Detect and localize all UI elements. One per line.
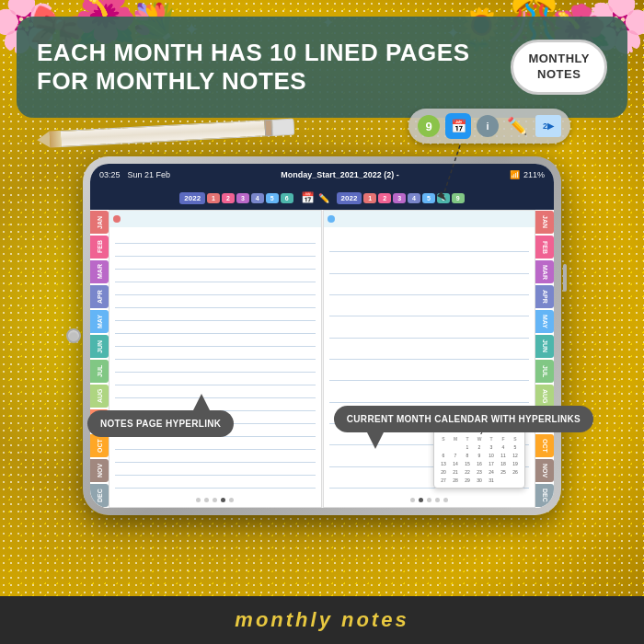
r-line-8 (329, 381, 530, 402)
tab-jun-top[interactable]: 6 (281, 193, 293, 203)
line-12 (115, 373, 316, 385)
cal-d-6[interactable]: 6 (438, 452, 449, 459)
tab-jan-top[interactable]: 1 (207, 193, 220, 203)
tab-aug-left[interactable]: AUG (90, 385, 109, 408)
tab-nov-right[interactable]: NOV (535, 459, 554, 482)
cal-d-27[interactable]: 27 (438, 477, 449, 484)
tab-r3[interactable]: 3 (393, 193, 406, 203)
tab-oct-left[interactable]: OCT (90, 434, 109, 457)
tab-year[interactable]: 2022 (179, 192, 205, 204)
tab-mar-top[interactable]: 3 (236, 193, 249, 203)
r-line-4 (329, 295, 530, 316)
tab-jul-left[interactable]: JUL (90, 360, 109, 383)
tab-jul-right[interactable]: JUL (535, 360, 554, 383)
cal-d-26[interactable]: 26 (510, 468, 521, 476)
tab-r2[interactable]: 2 (378, 193, 391, 203)
cal-d-7[interactable]: 7 (450, 452, 461, 459)
r-dot-1[interactable] (410, 498, 415, 502)
cal-d-22[interactable]: 22 (462, 468, 473, 476)
tab-feb-right[interactable]: FEB (535, 236, 554, 259)
cal-d-18[interactable]: 18 (498, 460, 509, 467)
tab-jun-right[interactable]: JUN (535, 335, 554, 358)
r-dot-5[interactable] (443, 498, 448, 502)
tab-mar-right[interactable]: MAR (535, 260, 554, 283)
cal-d-3[interactable]: 3 (486, 443, 497, 451)
cal-d-9[interactable]: 9 (474, 452, 485, 459)
ipad-toolbar: 2022 1 2 3 4 5 6 📅 ✏️ 2022 1 2 3 4 5 (90, 186, 554, 210)
r-dot-2-active[interactable] (419, 498, 423, 502)
dot-3[interactable] (213, 498, 217, 502)
dot-4-active[interactable] (221, 498, 225, 502)
cal-d-19[interactable]: 19 (510, 460, 521, 467)
cal-d-17[interactable]: 17 (486, 460, 497, 467)
tab-jan-right[interactable]: JAN (535, 211, 554, 234)
calendar-icon-toolbar[interactable]: 📅 (301, 191, 315, 204)
cal-d-e2 (450, 443, 461, 451)
status-bar: 03:25 Sun 21 Feb Monday_Start_2021_2022 … (90, 164, 554, 186)
ipad-content: JAN FEB MAR APR MAY JUN JUL AUG SEP OCT … (90, 210, 554, 508)
cal-d-31[interactable]: 31 (486, 477, 497, 484)
cal-d-14[interactable]: 14 (450, 460, 461, 467)
cal-d-10[interactable]: 10 (486, 452, 497, 459)
cal-d-15[interactable]: 15 (462, 460, 473, 467)
ipad-home-button[interactable] (66, 328, 81, 343)
cal-d-21[interactable]: 21 (450, 468, 461, 476)
tab-dec-right[interactable]: DEC (535, 484, 554, 507)
cal-d-2[interactable]: 2 (474, 443, 485, 451)
cal-d-30[interactable]: 30 (474, 477, 485, 484)
tab-year2[interactable]: 2022 (337, 192, 362, 204)
tab-aug-right[interactable]: AUG (535, 385, 554, 408)
cal-d-4[interactable]: 4 (498, 443, 509, 451)
tab-feb-left[interactable]: FEB (90, 236, 109, 259)
toolbar-num1[interactable]: 9 (418, 115, 440, 137)
tab-mar-left[interactable]: MAR (90, 260, 109, 283)
cal-h-w: W (474, 435, 485, 443)
cal-d-16[interactable]: 16 (474, 460, 485, 467)
cal-d-20[interactable]: 20 (438, 468, 449, 476)
tab-apr-left[interactable]: APR (90, 285, 109, 308)
tab-apr-right[interactable]: APR (535, 285, 554, 308)
tab-r6[interactable]: 6 (437, 193, 450, 203)
cal-d-5[interactable]: 5 (510, 443, 521, 451)
r-dot-3[interactable] (427, 498, 431, 502)
cal-d-8[interactable]: 8 (462, 452, 473, 459)
pen-icon-toolbar[interactable]: ✏️ (318, 193, 329, 203)
line-20 (115, 476, 316, 489)
cal-d-24[interactable]: 24 (486, 468, 497, 476)
ipad-side-button[interactable] (563, 264, 567, 292)
tab-dec-left[interactable]: DEC (90, 484, 109, 507)
line-9 (115, 334, 316, 347)
tab-r1[interactable]: 1 (363, 193, 376, 203)
dot-1[interactable] (196, 498, 201, 502)
r-dot-4[interactable] (435, 498, 440, 502)
tab-nov-left[interactable]: NOV (90, 459, 109, 482)
tab-may-right[interactable]: MAY (535, 310, 554, 333)
toolbar-pen-icon[interactable]: ✏️ (504, 113, 530, 139)
tab-apr-top[interactable]: 4 (251, 193, 264, 203)
svg-marker-2 (192, 394, 211, 412)
cal-d-13[interactable]: 13 (438, 460, 449, 467)
cal-d-28[interactable]: 28 (450, 477, 461, 484)
cal-d-11[interactable]: 11 (498, 452, 509, 459)
tab-may-top[interactable]: 5 (266, 193, 279, 203)
tab-jun-left[interactable]: JUN (90, 335, 109, 358)
tab-may-left[interactable]: MAY (90, 310, 109, 333)
dot-5[interactable] (229, 498, 234, 502)
tab-r5[interactable]: 5 (422, 193, 435, 203)
tab-feb-top[interactable]: 2 (222, 193, 235, 203)
toolbar-calendar-icon[interactable]: 📅 (445, 113, 471, 139)
r-line-3 (329, 274, 530, 295)
cal-d-23[interactable]: 23 (474, 468, 485, 476)
tab-r7[interactable]: 9 (452, 193, 465, 203)
cal-d-29[interactable]: 29 (462, 477, 473, 484)
tab-jan-left[interactable]: JAN (90, 211, 109, 234)
cal-d-1[interactable]: 1 (462, 443, 473, 451)
dot-2[interactable] (204, 498, 209, 502)
tab-r4[interactable]: 4 (408, 193, 420, 203)
ipad-frame: 03:25 Sun 21 Feb Monday_Start_2021_2022 … (83, 156, 561, 515)
toolbar-info-icon[interactable]: i (477, 115, 499, 137)
cal-d-12[interactable]: 12 (510, 452, 521, 459)
line-19 (115, 463, 316, 476)
tab-oct-right[interactable]: OCT (535, 434, 554, 457)
cal-d-25[interactable]: 25 (498, 468, 509, 476)
